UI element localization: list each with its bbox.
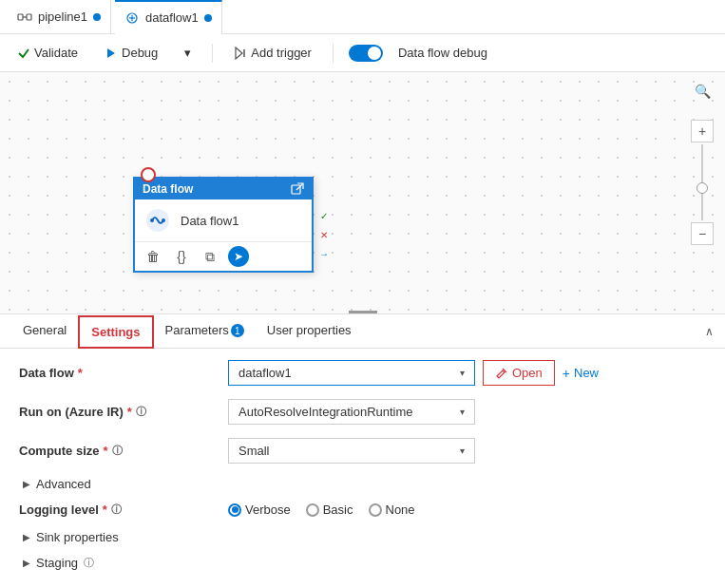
- open-button[interactable]: Open: [483, 360, 555, 386]
- tab-parameters[interactable]: Parameters1: [154, 315, 256, 348]
- tab-general[interactable]: General: [11, 315, 78, 347]
- logging-level-controls: Verbose Basic None: [228, 503, 706, 517]
- card-arrow-action[interactable]: →: [315, 245, 333, 262]
- edit-icon: [495, 367, 508, 380]
- collapse-panel-button[interactable]: ∧: [705, 325, 714, 338]
- zoom-controls: + −: [691, 120, 714, 245]
- bottom-panel: General Settings Parameters1 User proper…: [0, 314, 725, 588]
- zoom-thumb[interactable]: [696, 182, 708, 194]
- radio-basic-label: Basic: [323, 503, 353, 517]
- toolbar-divider-2: [333, 44, 334, 63]
- card-actions-row: 🗑 {} ⧉ ➤: [135, 241, 312, 271]
- canvas: 🔍 Data flow Data flow1 🗑: [0, 72, 725, 314]
- canvas-search-icon[interactable]: 🔍: [691, 80, 714, 103]
- data-flow-required: *: [78, 366, 83, 380]
- tab-settings[interactable]: Settings: [78, 315, 153, 349]
- collapse-icon: ∧: [705, 325, 714, 338]
- canvas-bottom-separator: [349, 311, 377, 313]
- run-on-dropdown-arrow: ▾: [460, 407, 465, 417]
- radio-none-circle: [369, 503, 382, 517]
- tab-pipeline1-dot: [93, 13, 101, 21]
- zoom-in-button[interactable]: +: [691, 120, 714, 142]
- compute-size-dropdown[interactable]: Small ▾: [228, 438, 475, 464]
- validate-icon: [17, 47, 30, 60]
- card-external-link-icon[interactable]: [291, 182, 304, 196]
- advanced-label: Advanced: [36, 477, 91, 491]
- card-check-action[interactable]: ✓: [315, 207, 333, 224]
- data-flow-dropdown-value: dataflow1: [238, 366, 292, 380]
- canvas-background: [0, 72, 725, 313]
- card-header: Data flow: [135, 179, 312, 199]
- radio-none-label: None: [386, 503, 415, 517]
- zoom-track: [701, 144, 703, 220]
- svg-point-12: [150, 218, 154, 222]
- data-flow-controls: dataflow1 ▾ Open + New: [228, 360, 706, 386]
- tab-dataflow1[interactable]: dataflow1: [115, 0, 222, 34]
- tab-bar: pipeline1 dataflow1: [0, 0, 725, 34]
- data-flow-dropdown[interactable]: dataflow1 ▾: [228, 360, 475, 386]
- data-flow-label: Data flow *: [19, 366, 228, 380]
- sink-properties-row[interactable]: ▶ Sink properties: [23, 530, 706, 544]
- logging-level-label: Logging level * ⓘ: [19, 503, 228, 517]
- svg-rect-0: [18, 14, 23, 20]
- staging-chevron: ▶: [23, 558, 30, 568]
- validate-label: Validate: [34, 46, 78, 60]
- card-side-actions: ✓ ✕ →: [315, 207, 333, 262]
- card-body: Data flow1: [135, 199, 312, 241]
- debug-button[interactable]: Debug: [99, 42, 163, 64]
- debug-icon: [105, 47, 118, 60]
- radio-verbose[interactable]: Verbose: [228, 503, 291, 517]
- tab-user-properties[interactable]: User properties: [256, 315, 363, 347]
- tab-pipeline1-label: pipeline1: [38, 9, 87, 24]
- radio-verbose-circle: [228, 503, 241, 517]
- run-on-value: AutoResolveIntegrationRuntime: [238, 405, 413, 419]
- run-on-row: Run on (Azure IR) * ⓘ AutoResolveIntegra…: [19, 399, 706, 425]
- data-flow-card[interactable]: Data flow Data flow1 🗑 {} ⧉ ➤: [133, 177, 314, 273]
- compute-size-info-icon[interactable]: ⓘ: [112, 444, 123, 458]
- data-flow-debug-toggle[interactable]: [349, 45, 383, 62]
- new-button-label: New: [574, 366, 599, 380]
- open-button-label: Open: [512, 366, 543, 380]
- radio-basic[interactable]: Basic: [306, 503, 353, 517]
- zoom-slider[interactable]: [701, 144, 703, 220]
- toolbar: Validate Debug ▾ Add trigger Data flow d…: [0, 34, 725, 72]
- trigger-icon: [234, 47, 247, 60]
- svg-marker-6: [107, 48, 115, 58]
- svg-rect-9: [292, 185, 300, 194]
- radio-verbose-label: Verbose: [245, 503, 291, 517]
- pipeline-icon: [17, 9, 32, 25]
- run-on-dropdown[interactable]: AutoResolveIntegrationRuntime ▾: [228, 399, 475, 425]
- card-go-btn[interactable]: ➤: [228, 246, 249, 267]
- card-cross-action[interactable]: ✕: [315, 226, 333, 243]
- staging-info-icon[interactable]: ⓘ: [84, 556, 94, 570]
- data-flow-row: Data flow * dataflow1 ▾ Open + New: [19, 360, 706, 386]
- radio-basic-circle: [306, 503, 319, 517]
- advanced-chevron: ▶: [23, 479, 30, 489]
- radio-none[interactable]: None: [369, 503, 415, 517]
- compute-size-dropdown-arrow: ▾: [460, 446, 465, 456]
- compute-size-required: *: [104, 444, 108, 458]
- zoom-out-button[interactable]: −: [691, 222, 714, 245]
- compute-size-value: Small: [238, 444, 270, 458]
- staging-label: Staging: [36, 556, 78, 570]
- staging-row[interactable]: ▶ Staging ⓘ: [23, 556, 706, 570]
- run-on-info-icon[interactable]: ⓘ: [136, 405, 146, 419]
- advanced-row[interactable]: ▶ Advanced: [23, 477, 706, 491]
- svg-marker-7: [236, 47, 242, 59]
- tab-user-properties-label: User properties: [267, 323, 352, 337]
- validate-button[interactable]: Validate: [11, 42, 84, 64]
- tab-dataflow1-label: dataflow1: [145, 10, 199, 25]
- debug-dropdown-arrow[interactable]: ▾: [179, 42, 197, 64]
- compute-size-row: Compute size * ⓘ Small ▾: [19, 438, 706, 464]
- svg-rect-1: [27, 14, 31, 20]
- new-button[interactable]: + New: [563, 366, 599, 381]
- add-trigger-button[interactable]: Add trigger: [228, 42, 317, 64]
- run-on-controls: AutoResolveIntegrationRuntime ▾: [228, 399, 706, 425]
- run-on-required: *: [127, 405, 132, 419]
- tab-pipeline1[interactable]: pipeline1: [8, 0, 111, 34]
- card-code-btn[interactable]: {}: [171, 246, 192, 267]
- logging-level-info-icon[interactable]: ⓘ: [111, 503, 122, 517]
- new-plus-icon: +: [563, 366, 570, 381]
- card-copy-btn[interactable]: ⧉: [200, 246, 220, 267]
- card-delete-btn[interactable]: 🗑: [143, 246, 163, 267]
